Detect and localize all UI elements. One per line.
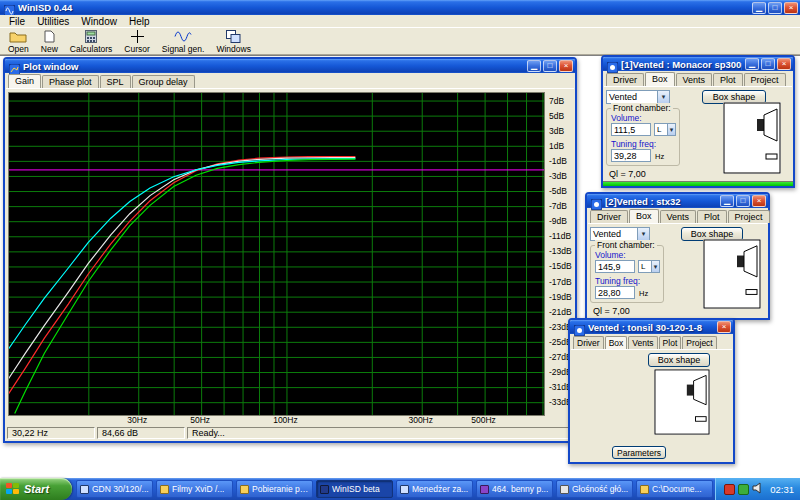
windows-button[interactable]: Windows xyxy=(211,29,255,54)
menu-utilities[interactable]: Utilities xyxy=(32,16,74,27)
taskbar-item-label: 464. benny p... xyxy=(492,484,548,494)
tray-shield-icon[interactable] xyxy=(738,484,749,495)
tab-plot[interactable]: Plot xyxy=(697,210,727,223)
tab-plot[interactable]: Plot xyxy=(713,73,743,86)
volume-icon xyxy=(560,485,569,494)
y-axis-label: -1dB xyxy=(549,156,567,166)
cursor-button[interactable]: Cursor xyxy=(119,29,155,54)
window1-tab-bar: Driver Box Vents Plot Project xyxy=(604,71,792,87)
tab-vents[interactable]: Vents xyxy=(628,336,657,349)
taskbar-item[interactable]: WinISD beta xyxy=(316,480,393,498)
tab-driver[interactable]: Driver xyxy=(573,336,604,349)
taskbar-item-label: Filmy XviD /... xyxy=(172,484,224,494)
signal-gen-button[interactable]: Signal gen. xyxy=(157,29,210,54)
x-axis-label: 50Hz xyxy=(183,415,217,425)
tab-plot[interactable]: Plot xyxy=(659,336,682,349)
volume-input[interactable] xyxy=(611,123,651,136)
tab-box[interactable]: Box xyxy=(629,209,659,223)
taskbar-item[interactable]: Menedżer za... xyxy=(396,480,473,498)
window3-titlebar[interactable]: Vented : tonsil 30-120-1-8 × xyxy=(570,320,733,334)
window2-titlebar[interactable]: [2]Vented : stx32 ▁ □ × xyxy=(587,194,768,208)
tab-driver[interactable]: Driver xyxy=(590,210,628,223)
window2-close-button[interactable]: × xyxy=(752,195,766,207)
y-axis-label: -15dB xyxy=(549,261,572,271)
taskbar-item[interactable]: 464. benny p... xyxy=(476,480,553,498)
plot-window: Plot window ▁ □ × Gain Phase plot SPL Gr… xyxy=(3,57,577,443)
window2-maximize-button[interactable]: □ xyxy=(736,195,750,207)
taskbar-item[interactable]: Głośność głó... xyxy=(556,480,633,498)
maximize-button[interactable]: □ xyxy=(768,2,782,14)
plot-curve xyxy=(9,158,355,387)
y-axis-label: -11dB xyxy=(549,231,571,241)
tray-app-icon[interactable] xyxy=(724,484,735,495)
window1-maximize-button[interactable]: □ xyxy=(761,58,775,70)
minimize-button[interactable]: ▁ xyxy=(752,2,766,14)
window1-titlebar[interactable]: [1]Vented : Monacor sp300p ▁ □ × xyxy=(603,57,793,71)
box-type-select[interactable]: Vented ▾ xyxy=(590,227,650,241)
tab-vents[interactable]: Vents xyxy=(660,210,697,223)
window3-close-button[interactable]: × xyxy=(717,321,731,333)
tuning-unit-label: Hz xyxy=(639,289,648,298)
speaker-icon xyxy=(320,485,329,494)
new-button[interactable]: New xyxy=(36,29,63,54)
start-button[interactable]: Start xyxy=(0,478,72,500)
taskbar-item[interactable]: Filmy XviD /... xyxy=(156,480,233,498)
folder-icon xyxy=(640,485,649,494)
window1-minimize-button[interactable]: ▁ xyxy=(745,58,759,70)
menu-window[interactable]: Window xyxy=(76,16,122,27)
box-shape-button[interactable]: Box shape xyxy=(648,353,710,367)
taskbar-item[interactable]: GDN 30/120/... xyxy=(76,480,153,498)
y-axis-label: -9dB xyxy=(549,216,567,226)
box-type-select[interactable]: Vented ▾ xyxy=(606,90,670,104)
tray-volume-icon[interactable] xyxy=(752,480,764,498)
volume-unit-select[interactable]: L ▾ xyxy=(638,260,660,273)
plot-close-button[interactable]: × xyxy=(559,60,573,72)
window-icon xyxy=(400,485,409,494)
tab-box[interactable]: Box xyxy=(605,336,628,349)
tab-driver[interactable]: Driver xyxy=(606,73,644,86)
tab-phase-plot[interactable]: Phase plot xyxy=(42,75,99,88)
signal-generator-icon xyxy=(174,30,192,43)
tab-box[interactable]: Box xyxy=(645,72,675,86)
gain-plot-area[interactable] xyxy=(8,92,545,416)
volume-unit-select[interactable]: L ▾ xyxy=(654,123,676,136)
calculators-button[interactable]: Calculators xyxy=(65,29,118,54)
window1-close-button[interactable]: × xyxy=(777,58,791,70)
window2-minimize-button[interactable]: ▁ xyxy=(720,195,734,207)
tab-gain[interactable]: Gain xyxy=(8,74,41,88)
gain-plot-canvas[interactable] xyxy=(9,93,544,415)
y-axis-label: -3dB xyxy=(549,171,567,181)
plot-maximize-button[interactable]: □ xyxy=(543,60,557,72)
tuning-freq-input[interactable] xyxy=(611,149,651,162)
cursor-level-readout: 84,66 dB xyxy=(97,427,185,439)
tab-project[interactable]: Project xyxy=(728,210,770,223)
window2-icon xyxy=(591,196,602,207)
tuning-freq-label: Tuning freq: xyxy=(611,139,656,149)
taskbar-item[interactable]: C:\Docume... xyxy=(636,480,713,498)
menu-file[interactable]: File xyxy=(4,16,30,27)
tab-project[interactable]: Project xyxy=(744,73,786,86)
front-chamber-group: Front chamber: Volume: L ▾ Tuning freq: … xyxy=(606,108,680,166)
plot-window-titlebar[interactable]: Plot window ▁ □ × xyxy=(5,59,575,73)
tab-spl[interactable]: SPL xyxy=(100,75,131,88)
taskbar-item[interactable]: Pobieranie pli... xyxy=(236,480,313,498)
tab-vents[interactable]: Vents xyxy=(676,73,713,86)
tuning-freq-input[interactable] xyxy=(595,286,635,299)
volume-input[interactable] xyxy=(595,260,635,273)
tab-group-delay[interactable]: Group delay xyxy=(132,75,195,88)
open-button[interactable]: Open xyxy=(3,29,34,54)
toolbar: Open New Calculators Cursor Signal gen. … xyxy=(0,28,800,55)
close-button[interactable]: × xyxy=(784,2,798,14)
menu-help[interactable]: Help xyxy=(124,16,155,27)
tab-project[interactable]: Project xyxy=(682,336,716,349)
parameters-button[interactable]: Parameters xyxy=(612,446,666,459)
tuning-freq-label: Tuning freq: xyxy=(595,276,640,286)
y-axis-label: -7dB xyxy=(549,201,567,211)
box-shape-preview xyxy=(723,102,781,174)
ql-value: Ql = 7,00 xyxy=(593,306,630,316)
media-icon xyxy=(480,485,489,494)
plot-minimize-button[interactable]: ▁ xyxy=(527,60,541,72)
ql-value: Ql = 7,00 xyxy=(609,169,646,179)
window-vented-tonsil: Vented : tonsil 30-120-1-8 × Driver Box … xyxy=(568,318,735,464)
window3-icon xyxy=(574,322,585,333)
